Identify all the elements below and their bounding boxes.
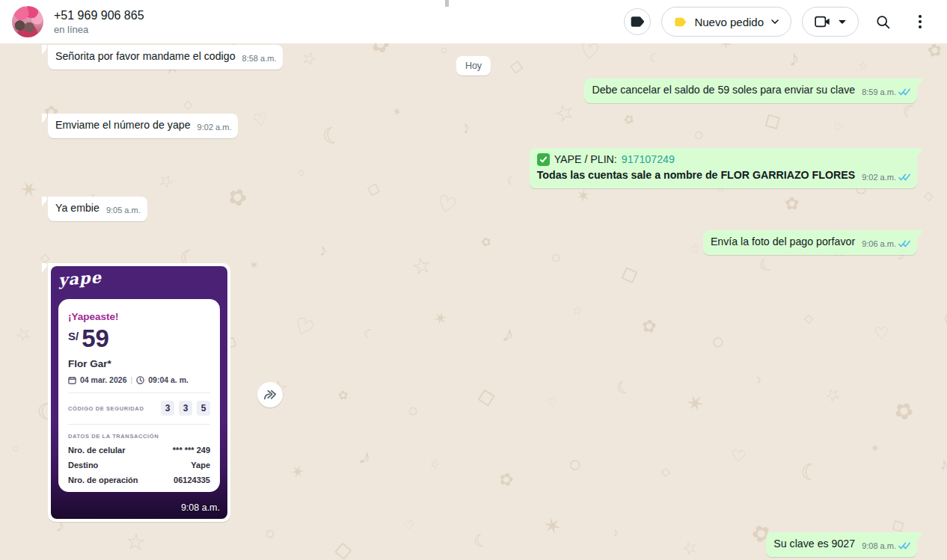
doodle: ♡ — [545, 394, 560, 410]
message-bubble-outgoing[interactable]: Su clave es 9027 9:08 a.m. — [766, 532, 917, 557]
phone-number-link[interactable]: 917107249 — [622, 153, 675, 167]
bubble-tail — [917, 532, 923, 542]
doodle: ☆ — [821, 383, 845, 408]
message-row: Su clave es 9027 9:08 a.m. — [766, 532, 917, 557]
doodle: ◇ — [183, 96, 193, 111]
doodle: ☾ — [613, 375, 634, 399]
doodle: ✶ — [574, 185, 592, 207]
doodle: ○ — [548, 247, 564, 269]
row-label: Nro. de operación — [68, 476, 138, 484]
label-icon — [630, 14, 645, 29]
search-button[interactable] — [869, 8, 896, 35]
kebab-menu-icon — [919, 15, 922, 28]
doodle: ☾ — [649, 51, 661, 66]
doodle: ○ — [711, 328, 726, 354]
message-time: 9:08 a.m. — [181, 502, 220, 513]
message-bubble-incoming[interactable]: Señorita por favor mandame el codigo 8:5… — [48, 45, 283, 70]
message-row: YAPE / PLIN: 917107249 Todas las cuentas… — [530, 148, 917, 188]
doodle: ○ — [295, 165, 307, 180]
row-label: Destino — [68, 461, 98, 470]
doodle: ◇ — [804, 311, 814, 325]
doodle: ☆ — [12, 322, 34, 347]
image-message[interactable]: yape ¡Yapeaste! S/ 59 Flor Gar* — [48, 263, 230, 522]
message-row: Emviame el número de yape 9:02 a.m. — [48, 114, 238, 138]
message-time: 9:05 a.m. — [106, 203, 141, 218]
scrollbar[interactable] — [445, 0, 449, 7]
doodle: ○ — [10, 441, 22, 456]
doodle: ◇ — [616, 258, 641, 289]
bubble-tail — [42, 263, 48, 273]
doodle: ✿ — [479, 234, 493, 250]
receipt-card: ¡Yapeaste! S/ 59 Flor Gar* 04 mar. 2026 — [58, 299, 220, 492]
recipient-name: Flor Gar* — [68, 358, 210, 369]
doodle: ☆ — [427, 455, 442, 473]
message-text: Su clave es 9027 — [773, 537, 855, 551]
message-text-bold: Todas las cuentas sale a nombre de FLOR … — [537, 168, 855, 182]
whatsapp-window: +51 969 906 865 en línea Nuevo pedido — [0, 0, 947, 560]
message-text: Debe cancelar el saldo de 59 soles para … — [592, 83, 855, 97]
row-value: *** *** 249 — [173, 446, 210, 455]
message-bubble-outgoing[interactable]: Debe cancelar el saldo de 59 soles para … — [584, 79, 917, 103]
doodle: ☆ — [298, 46, 319, 70]
video-call-button[interactable] — [802, 7, 859, 37]
doodle: ♪ — [355, 443, 375, 470]
doodle: ○ — [265, 523, 276, 544]
avatar[interactable] — [12, 6, 43, 37]
search-icon — [875, 14, 891, 30]
chevron-down-icon — [771, 19, 779, 24]
yape-receipt-image[interactable]: yape ¡Yapeaste! S/ 59 Flor Gar* — [51, 266, 227, 519]
online-status: en línea — [54, 23, 144, 37]
doodle: ♡ — [578, 43, 601, 65]
message-bubble-incoming[interactable]: Emviame el número de yape 9:02 a.m. — [48, 114, 238, 138]
message-bubble-incoming[interactable]: Ya embie 9:05 a.m. — [48, 197, 147, 221]
bubble-tail — [42, 45, 48, 55]
yape-logo: yape — [58, 268, 102, 289]
doodle: ✶ — [870, 441, 880, 455]
bubble-tail — [42, 197, 48, 206]
message-bubble-outgoing[interactable]: YAPE / PLIN: 917107249 Todas las cuentas… — [530, 148, 917, 188]
doodle: ✿ — [889, 395, 919, 427]
doodle: ☾ — [943, 305, 947, 333]
doodle: ◇ — [661, 464, 672, 479]
message-time: 9:02 a.m. — [197, 120, 232, 135]
doodle: ◇ — [509, 55, 525, 77]
doodle: ✿ — [224, 181, 251, 212]
label-button[interactable] — [624, 8, 651, 35]
menu-button[interactable] — [907, 8, 934, 35]
doodle: ✿ — [622, 111, 637, 128]
doodle: ♪ — [611, 525, 621, 540]
security-code-section: CÓDIGO DE SEGURIDAD 3 3 5 — [68, 401, 210, 416]
doodle: ☾ — [800, 458, 821, 485]
chat-header: +51 969 906 865 en línea Nuevo pedido — [0, 0, 947, 43]
doodle: ☾ — [320, 121, 345, 150]
message-time: 8:59 a.m. — [862, 85, 896, 99]
new-order-button[interactable]: Nuevo pedido — [661, 7, 791, 37]
read-receipt-icon — [898, 88, 910, 96]
transaction-row: Nro. de operación 06124335 — [68, 476, 210, 484]
security-code-digit: 3 — [179, 401, 192, 416]
doodle: ✿ — [926, 43, 943, 61]
doodle: ♪ — [939, 454, 947, 475]
doodle: ☆ — [409, 251, 435, 281]
row-value: 06124335 — [174, 476, 210, 484]
calendar-icon — [68, 376, 76, 384]
doodle: ✶ — [681, 388, 708, 419]
doodle: ◇ — [474, 381, 497, 410]
currency-symbol: S/ — [68, 330, 79, 342]
forward-button[interactable] — [257, 382, 283, 407]
check-emoji — [537, 153, 550, 166]
receipt-time: 09:04 a. m. — [148, 375, 189, 384]
read-receipt-icon — [898, 542, 910, 550]
chevron-down-icon — [839, 19, 846, 24]
doodle: ☆ — [155, 169, 177, 194]
read-receipt-icon — [898, 173, 910, 182]
contact-info[interactable]: +51 969 906 865 en línea — [12, 6, 144, 37]
read-receipt-icon — [898, 240, 910, 248]
message-bubble-outgoing[interactable]: Envía la foto del pago porfavor 9:06 a.m… — [703, 230, 917, 255]
receipt-datetime: 04 mar. 2026 | 09:04 a. m. — [68, 375, 210, 384]
message-row: Envía la foto del pago porfavor 9:06 a.m… — [703, 230, 917, 255]
doodle: ✶ — [719, 43, 733, 53]
chat-panel: ♡☾✶♪☆✿○◇♡☾✶♪☆✿✿○◇♡☾✶♪☆✿○◇♡☾✶✶♪☆✿○◇♡☾✶♪☆✿… — [0, 43, 947, 560]
doodle: ✶ — [431, 307, 450, 330]
receipt-amount: S/ 59 — [68, 326, 210, 351]
